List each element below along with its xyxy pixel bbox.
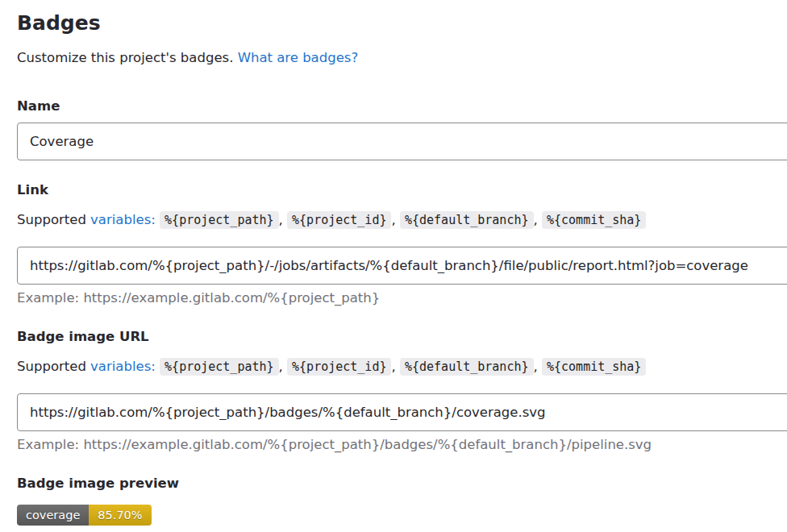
badge-image-preview-label: Badge image preview xyxy=(17,475,787,493)
comma: , xyxy=(391,212,395,227)
supported-prefix: Supported xyxy=(17,359,86,374)
badge-key-segment: coverage xyxy=(17,505,89,526)
comma: , xyxy=(279,359,283,374)
coverage-badge-image: coverage 85.70% xyxy=(17,505,152,526)
page-description: Customize this project's badges. What ar… xyxy=(17,49,787,67)
page-description-text: Customize this project's badges. xyxy=(17,50,233,65)
comma: , xyxy=(534,359,538,374)
badge-link-input[interactable] xyxy=(17,247,787,285)
badge-name-input[interactable] xyxy=(17,123,787,160)
comma: , xyxy=(391,359,395,374)
link-supported-variables: Supported variables: %{project_path}, %{… xyxy=(17,210,787,230)
comma: , xyxy=(279,212,283,227)
variables-docs-link[interactable]: variables xyxy=(90,212,151,227)
comma: , xyxy=(534,212,538,227)
name-label: Name xyxy=(17,98,787,115)
badge-image-url-input[interactable] xyxy=(17,393,787,431)
badge-image-url-label: Badge image URL xyxy=(17,328,787,346)
badge-value-segment: 85.70% xyxy=(89,505,151,526)
badge-url-supported-variables: Supported variables: %{project_path}, %{… xyxy=(17,357,787,376)
variable-chip-default-branch: %{default_branch} xyxy=(400,358,534,376)
variable-chip-project-id: %{project_id} xyxy=(287,211,391,229)
variable-chip-default-branch: %{default_branch} xyxy=(400,211,534,229)
variable-chip-project-path: %{project_path} xyxy=(160,358,278,376)
supported-prefix: Supported xyxy=(17,212,86,227)
variables-docs-link[interactable]: variables xyxy=(90,359,151,374)
colon: : xyxy=(151,359,156,374)
badges-settings-page: Badges Customize this project's badges. … xyxy=(0,0,787,526)
variable-chip-project-path: %{project_path} xyxy=(160,211,278,229)
what-are-badges-link[interactable]: What are badges? xyxy=(238,50,359,65)
variable-chip-project-id: %{project_id} xyxy=(287,358,391,376)
colon: : xyxy=(151,212,156,227)
link-example-text: Example: https://example.gitlab.com/%{pr… xyxy=(17,289,787,307)
page-title: Badges xyxy=(17,11,787,35)
variable-chip-commit-sha: %{commit_sha} xyxy=(542,211,646,229)
badge-image-url-example-text: Example: https://example.gitlab.com/%{pr… xyxy=(17,436,787,454)
variable-chip-commit-sha: %{commit_sha} xyxy=(542,358,646,376)
link-label: Link xyxy=(17,181,787,199)
